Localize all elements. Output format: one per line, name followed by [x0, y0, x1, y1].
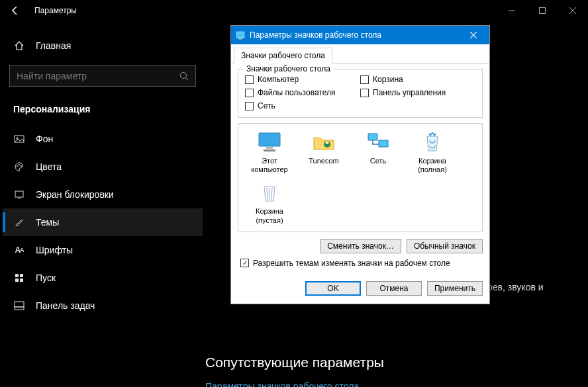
icon-network[interactable]: Сеть	[351, 130, 405, 174]
icon-preview-pane[interactable]: Этот компьютер Tunecom Сеть	[238, 123, 483, 232]
recyclebin-empty-icon	[256, 181, 283, 204]
svg-rect-20	[266, 147, 273, 149]
palette-icon	[13, 161, 25, 173]
sidebar: Главная Персонализация Фон Цвета Экран	[0, 21, 205, 387]
dialog-title-icon	[235, 30, 246, 40]
svg-rect-12	[20, 274, 23, 277]
nav-lockscreen[interactable]: Экран блокировки	[3, 181, 203, 208]
nav-label: Пуск	[36, 273, 56, 283]
svg-rect-25	[379, 140, 388, 147]
svg-rect-24	[368, 134, 377, 140]
check-userfiles[interactable]: Файлы пользователя	[245, 88, 360, 97]
nav-start[interactable]: Пуск	[3, 264, 203, 292]
cancel-button[interactable]: Отмена	[366, 281, 422, 296]
icon-this-pc[interactable]: Этот компьютер	[242, 130, 297, 174]
network-icon	[365, 130, 391, 154]
tab-desktop-icons[interactable]: Значки рабочего стола	[234, 48, 332, 64]
svg-point-7	[19, 164, 20, 165]
dialog-title: Параметры значков рабочего стола	[250, 30, 460, 40]
check-network[interactable]: Сеть	[245, 101, 360, 110]
background-text-fragment: боев, звуков и	[482, 282, 588, 292]
icon-recycle-full[interactable]: Корзина (полная)	[405, 130, 460, 174]
svg-rect-13	[15, 279, 19, 282]
brush-icon	[13, 216, 25, 228]
change-icon-button[interactable]: Сменить значок…	[320, 239, 401, 253]
group-legend: Значки рабочего стола	[244, 64, 333, 73]
userfolder-icon	[311, 130, 337, 154]
nav-fonts[interactable]: AA Шрифты	[3, 236, 203, 264]
close-button[interactable]	[558, 0, 588, 21]
window-titlebar: Параметры	[0, 0, 588, 21]
related-link-desktop-icons[interactable]: Параметры значков рабочего стола	[205, 381, 359, 387]
check-recyclebin[interactable]: Корзина	[360, 75, 475, 84]
nav-taskbar[interactable]: Панель задач	[3, 292, 203, 320]
svg-rect-9	[15, 191, 23, 197]
nav-label: Фон	[36, 134, 53, 144]
nav-colors[interactable]: Цвета	[3, 153, 203, 181]
home-label: Главная	[36, 40, 71, 51]
font-icon: AA	[13, 244, 25, 256]
svg-rect-18	[238, 38, 242, 40]
desktop-icons-dialog: Параметры значков рабочего стола Значки …	[230, 25, 490, 304]
svg-rect-21	[264, 150, 275, 151]
check-computer[interactable]: Компьютер	[245, 75, 360, 84]
svg-point-2	[181, 72, 187, 78]
related-heading: Сопутствующие параметры	[205, 355, 384, 370]
lockscreen-icon	[13, 189, 25, 200]
ok-button[interactable]: OK	[305, 281, 361, 296]
svg-rect-19	[259, 133, 280, 146]
recyclebin-full-icon	[419, 130, 446, 154]
minimize-button[interactable]	[497, 0, 527, 21]
svg-rect-16	[15, 302, 24, 307]
svg-line-3	[186, 77, 189, 80]
dialog-close-button[interactable]	[460, 26, 487, 44]
svg-point-6	[17, 165, 18, 167]
icons-groupbox: Значки рабочего стола Компьютер Файлы по…	[238, 69, 483, 118]
nav-label: Экран блокировки	[36, 189, 114, 200]
search-input[interactable]	[17, 71, 179, 81]
home-nav[interactable]: Главная	[3, 33, 203, 58]
default-icon-button[interactable]: Обычный значок	[407, 239, 483, 253]
section-title: Персонализация	[3, 99, 203, 125]
icon-recycle-empty[interactable]: Корзина (пустая)	[242, 181, 297, 224]
dialog-titlebar[interactable]: Параметры значков рабочего стола	[231, 26, 489, 44]
nav-label: Шрифты	[36, 245, 73, 255]
svg-rect-14	[20, 279, 23, 282]
svg-rect-1	[540, 8, 546, 14]
checkmark-icon: ✓	[240, 259, 249, 267]
image-icon	[13, 133, 25, 145]
icon-user-folder[interactable]: Tunecom	[297, 130, 351, 174]
back-button[interactable]	[0, 0, 30, 21]
apply-button[interactable]: Применить	[427, 281, 483, 296]
svg-rect-15	[15, 307, 24, 310]
allow-themes-checkbox[interactable]: ✓ Разрешить темам изменять значки на раб…	[238, 259, 483, 268]
dialog-tabstrip: Значки рабочего стола	[231, 44, 489, 64]
svg-point-8	[21, 165, 22, 167]
nav-themes[interactable]: Темы	[3, 208, 203, 236]
check-controlpanel[interactable]: Панель управления	[360, 88, 475, 97]
svg-point-23	[326, 141, 329, 144]
start-icon	[13, 272, 25, 284]
maximize-button[interactable]	[527, 0, 558, 21]
nav-label: Панель задач	[36, 300, 95, 311]
search-icon	[179, 71, 189, 81]
home-icon	[13, 40, 25, 52]
nav-label: Темы	[36, 217, 59, 228]
nav-label: Цвета	[36, 161, 62, 172]
svg-rect-11	[15, 274, 19, 277]
svg-rect-17	[236, 32, 244, 38]
monitor-icon	[256, 130, 283, 154]
nav-background[interactable]: Фон	[3, 125, 203, 153]
window-title: Параметры	[30, 6, 497, 15]
search-box[interactable]	[9, 65, 196, 87]
taskbar-icon	[13, 300, 25, 312]
